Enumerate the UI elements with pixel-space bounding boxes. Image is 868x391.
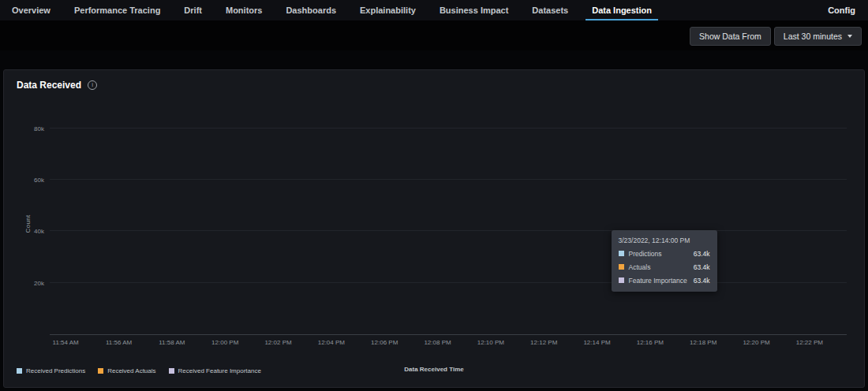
config-button[interactable]: Config (815, 0, 868, 20)
gridline (50, 230, 847, 231)
plot-area: 3/23/2022, 12:14:00 PM Predictions 63.4k… (50, 113, 847, 335)
tooltip-series-label: Actuals (629, 263, 689, 271)
time-range-dropdown[interactable]: Last 30 minutes (774, 27, 862, 46)
time-range-value: Last 30 minutes (784, 32, 842, 41)
tab-data-ingestion[interactable]: Data Ingestion (580, 0, 664, 20)
panel-title: Data Received (17, 80, 81, 91)
legend-label: Received Predictions (26, 367, 85, 374)
series-color-swatch (619, 251, 624, 256)
app-window: OverviewPerformance TracingDriftMonitors… (0, 0, 868, 391)
show-data-from-button[interactable]: Show Data From (690, 27, 771, 46)
data-received-panel: Data Received i Count 3/23/2022, 12:14:0… (3, 69, 865, 388)
legend-color-swatch (17, 368, 22, 374)
series-color-swatch (619, 264, 624, 270)
chevron-down-icon (847, 35, 852, 38)
tab-drift[interactable]: Drift (172, 0, 214, 20)
y-tick-label: 20k (34, 279, 44, 286)
tooltip-row: Predictions 63.4k (619, 250, 710, 258)
show-data-from-label: Show Data From (699, 32, 761, 41)
legend-color-swatch (169, 368, 174, 374)
tab-monitors[interactable]: Monitors (214, 0, 274, 20)
y-tick-label: 40k (34, 228, 44, 235)
nav-tabs: OverviewPerformance TracingDriftMonitors… (0, 0, 664, 20)
x-tick-label: 12:08 PM (424, 339, 451, 346)
x-tick-label: 12:06 PM (371, 339, 398, 346)
tab-datasets[interactable]: Datasets (520, 0, 580, 20)
series-color-swatch (619, 277, 624, 283)
tab-business-impact[interactable]: Business Impact (428, 0, 520, 20)
x-tick-label: 11:58 AM (159, 339, 185, 346)
legend: Received PredictionsReceived ActualsRece… (17, 367, 261, 374)
legend-item[interactable]: Received Actuals (98, 367, 155, 374)
chart-tooltip: 3/23/2022, 12:14:00 PM Predictions 63.4k… (612, 230, 717, 292)
x-tick-label: 11:54 AM (53, 339, 79, 346)
legend-item[interactable]: Received Feature Importance (169, 367, 261, 374)
y-tick-label: 60k (34, 176, 44, 183)
x-tick-label: 12:20 PM (743, 339, 769, 346)
x-tick-label: 12:16 PM (637, 339, 664, 346)
x-tick-label: 12:12 PM (530, 339, 557, 346)
y-tick-label: 80k (34, 125, 44, 132)
tab-performance-tracing[interactable]: Performance Tracing (62, 0, 172, 20)
x-tick-label: 12:10 PM (477, 339, 504, 346)
legend-color-swatch (98, 368, 103, 374)
chart: Count 3/23/2022, 12:14:00 PM Predictions… (4, 95, 864, 387)
x-tick-label: 12:14 PM (583, 339, 610, 346)
top-nav: OverviewPerformance TracingDriftMonitors… (0, 0, 868, 21)
tab-dashboards[interactable]: Dashboards (274, 0, 348, 20)
tooltip-row: Feature Importance 63.4k (619, 277, 710, 285)
tab-overview[interactable]: Overview (0, 0, 62, 20)
x-tick-label: 12:00 PM (211, 339, 238, 346)
gridline (50, 179, 847, 180)
info-icon[interactable]: i (88, 80, 97, 90)
panel-header: Data Received i (4, 70, 864, 94)
chart-footer: Received PredictionsReceived ActualsRece… (17, 365, 851, 378)
tooltip-row: Actuals 63.4k (619, 263, 710, 271)
tooltip-series-value: 63.4k (694, 263, 710, 271)
gridline (50, 282, 847, 283)
tooltip-series-label: Feature Importance (629, 277, 689, 285)
x-tick-label: 11:56 AM (106, 339, 132, 346)
filter-toolbar: Show Data From Last 30 minutes (0, 21, 868, 50)
legend-item[interactable]: Received Predictions (17, 367, 85, 374)
tab-explainability[interactable]: Explainability (348, 0, 428, 20)
tooltip-series-value: 63.4k (694, 250, 710, 258)
gridline (50, 128, 847, 128)
tooltip-title: 3/23/2022, 12:14:00 PM (619, 236, 710, 244)
tooltip-series-value: 63.4k (694, 277, 710, 285)
legend-label: Received Actuals (107, 367, 155, 374)
x-tick-label: 12:04 PM (318, 339, 345, 346)
x-tick-label: 12:18 PM (690, 339, 716, 346)
x-axis-title: Data Received Time (404, 366, 463, 373)
x-tick-label: 12:02 PM (264, 339, 291, 346)
y-axis-title: Count (24, 214, 32, 233)
x-tick-label: 12:22 PM (796, 339, 823, 346)
tooltip-series-label: Predictions (629, 250, 689, 258)
legend-label: Received Feature Importance (178, 367, 261, 374)
